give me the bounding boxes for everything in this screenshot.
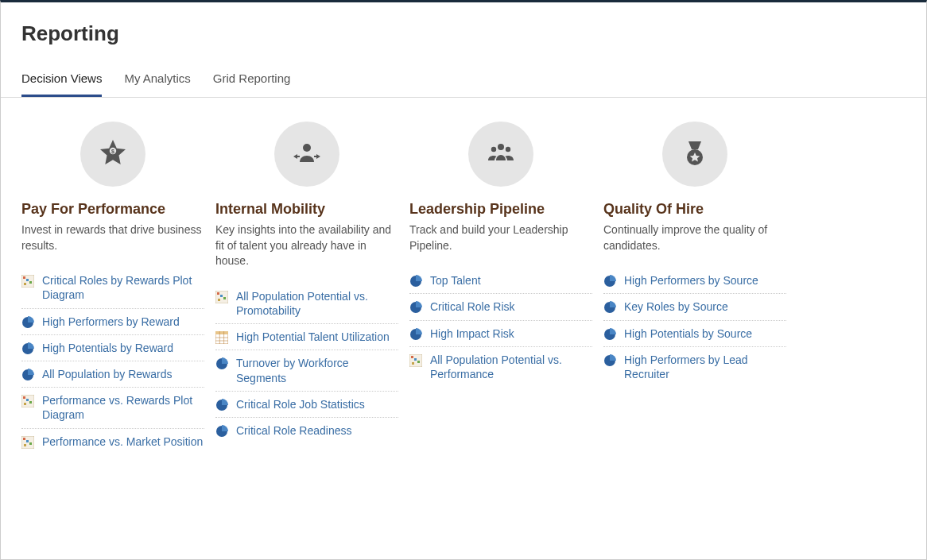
report-link[interactable]: Key Roles by Source [624,299,728,314]
report-link[interactable]: All Population Potential vs. Promotabili… [236,289,398,318]
page-header: Reporting [1,2,926,52]
report-link-row: High Performers by Reward [21,309,204,335]
page-title: Reporting [21,21,906,46]
category-description: Key insights into the availability and f… [215,222,398,269]
report-link[interactable]: Performance vs. Market Position [42,434,203,449]
grid-icon [21,395,34,407]
report-link-row: High Performers by Lead Recruiter [603,347,786,387]
report-link-row: High Potential Talent Utilization [215,324,398,350]
report-link[interactable]: High Performers by Source [624,273,758,288]
report-link-row: High Potentials by Source [603,321,786,347]
pie-icon [215,425,228,438]
report-link-row: All Population Potential vs. Performance [409,347,592,387]
category-title: Internal Mobility [215,201,398,218]
category-column: Internal MobilityKey insights into the a… [215,122,398,443]
category-title: Leadership Pipeline [409,201,592,218]
report-link[interactable]: Critical Roles by Rewards Plot Diagram [42,273,204,302]
report-link-row: Key Roles by Source [603,294,786,320]
report-link-row: High Performers by Source [603,268,786,294]
pie-icon [603,354,616,367]
report-link[interactable]: High Impact Risk [430,326,514,341]
pie-icon [409,301,422,314]
pie-icon [409,328,422,341]
report-link[interactable]: Performance vs. Rewards Plot Diagram [42,393,204,422]
content-area: Pay For PerformanceInvest in rewards tha… [1,98,926,478]
grid-icon [21,275,34,288]
report-link[interactable]: High Performers by Lead Recruiter [624,353,786,381]
report-link[interactable]: All Population by Rewards [42,367,172,381]
category-description: Invest in rewards that drive business re… [21,222,204,253]
report-link[interactable]: Critical Role Job Statistics [236,397,365,411]
pie-icon [603,275,616,288]
category-column: Leadership PipelineTrack and build your … [409,122,592,387]
category-description: Continually improve the quality of candi… [603,222,786,253]
report-link[interactable]: Top Talent [430,273,481,288]
category-column: Quality Of HireContinually improve the q… [603,122,786,387]
report-link-row: Performance vs. Rewards Plot Diagram [21,388,204,428]
report-link-row: Performance vs. Market Position [21,429,204,454]
category-column: Pay For PerformanceInvest in rewards tha… [21,122,204,454]
report-link[interactable]: Critical Role Readiness [236,423,352,438]
report-link[interactable]: High Performers by Reward [42,315,180,329]
grid-icon [215,291,228,303]
report-link[interactable]: Critical Role Risk [430,299,515,314]
report-link[interactable]: All Population Potential vs. Performance [430,353,592,381]
report-link-row: All Population by Rewards [21,361,204,388]
category-description: Track and build your Leadership Pipeline… [409,222,592,253]
report-link-row: Critical Role Readiness [215,418,398,443]
report-link-row: High Impact Risk [409,321,592,347]
report-link[interactable]: High Potentials by Reward [42,341,173,355]
report-link-row: Critical Roles by Rewards Plot Diagram [21,268,204,308]
pie-icon [21,316,34,329]
report-link-row: Turnover by Workforce Segments [215,350,398,391]
report-link-row: Critical Role Job Statistics [215,392,398,418]
pie-icon [21,369,34,381]
report-link-row: Top Talent [409,268,592,294]
tab-bar: Decision ViewsMy AnalyticsGrid Reporting [1,52,926,98]
category-title: Quality Of Hire [603,201,786,218]
report-link-row: High Potentials by Reward [21,335,204,361]
pie-icon [603,301,616,314]
pie-icon [603,328,616,341]
medal-icon [662,122,727,187]
people-group-icon [468,122,533,187]
grid-icon [21,436,34,449]
pie-icon [215,357,228,370]
report-link-row: All Population Potential vs. Promotabili… [215,284,398,324]
person-arrows-icon [274,122,339,187]
report-link-row: Critical Role Risk [409,294,592,320]
star-dollar-icon [80,122,145,187]
tab-my-analytics[interactable]: My Analytics [124,65,190,97]
report-link[interactable]: Turnover by Workforce Segments [236,356,398,384]
report-link[interactable]: High Potentials by Source [624,326,752,341]
category-title: Pay For Performance [21,201,204,218]
table-icon [215,331,228,344]
tab-grid-reporting[interactable]: Grid Reporting [213,65,291,97]
pie-icon [409,275,422,288]
pie-icon [21,342,34,355]
grid-icon [409,354,422,367]
report-link[interactable]: High Potential Talent Utilization [236,330,390,344]
tab-decision-views[interactable]: Decision Views [21,65,102,97]
pie-icon [215,399,228,411]
